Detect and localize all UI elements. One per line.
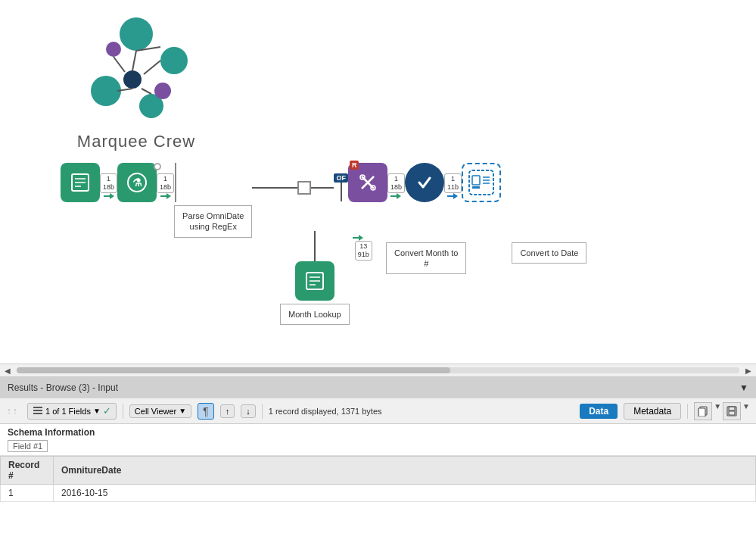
- data-table: Record # OmnitureDate 1 2016-10-15: [0, 456, 756, 502]
- svg-point-0: [120, 17, 153, 51]
- schema-section: Schema Information Field #1: [0, 424, 756, 456]
- cell-viewer-dropdown[interactable]: Cell Viewer ▼: [129, 404, 191, 418]
- convert-date-label: Convert to Date: [512, 242, 586, 264]
- svg-point-1: [160, 47, 188, 74]
- col-omniture-date: OmnitureDate: [54, 457, 756, 485]
- month-lookup-node[interactable]: 1391b Month Lookup: [280, 261, 350, 325]
- svg-rect-36: [33, 410, 42, 411]
- fields-dropdown[interactable]: 1 of 1 Fields ▼ ✓: [27, 403, 117, 420]
- horizontal-scrollbar[interactable]: ◀ ▶: [0, 364, 756, 377]
- checkmark-node[interactable]: [405, 163, 444, 202]
- table-row: 1 2016-10-15: [1, 485, 756, 502]
- parse-omnidate-label: Parse OmniDateusing RegEx: [174, 205, 252, 238]
- browse-node[interactable]: [462, 163, 501, 202]
- badge-2: 118b: [157, 173, 174, 193]
- cell-record-num: 1: [1, 485, 54, 502]
- check-icon: ✓: [103, 405, 111, 417]
- schema-title: Schema Information: [8, 427, 748, 438]
- formula-node[interactable]: ⚗: [117, 163, 157, 202]
- copy-btn-1[interactable]: [694, 402, 712, 420]
- table-header-row: Record # OmnitureDate: [1, 457, 756, 485]
- checkmark-icon: [405, 163, 444, 202]
- svg-point-5: [154, 83, 171, 99]
- join-square[interactable]: [297, 181, 311, 195]
- input-node[interactable]: [61, 163, 100, 202]
- month-lookup-area: 1391b Month Lookup: [280, 231, 350, 325]
- cell-viewer-label: Cell Viewer: [135, 407, 176, 416]
- logo-icon: [76, 15, 197, 129]
- svg-line-8: [114, 57, 125, 72]
- svg-point-6: [123, 70, 142, 89]
- canvas-area: Marquee Crew 118b ⚗: [0, 0, 756, 364]
- connector-4: 111b: [444, 173, 462, 199]
- data-button[interactable]: Data: [580, 404, 618, 419]
- cell-date: 2016-10-15: [54, 485, 756, 502]
- badge-3: 118b: [387, 173, 405, 193]
- fields-icon: [33, 405, 43, 417]
- up-arrow-icon: ↑: [226, 407, 230, 416]
- svg-rect-41: [729, 407, 735, 410]
- svg-rect-39: [698, 408, 705, 417]
- svg-line-10: [142, 89, 151, 94]
- badge-4: 111b: [444, 173, 462, 193]
- results-panel: Results - Browse (3) - Input ▼ ⋮⋮ 1 of 1…: [0, 377, 756, 502]
- copy-icons: ▼ ▼: [694, 402, 750, 420]
- month-lookup-badge: 1391b: [355, 241, 372, 261]
- save-dropdown[interactable]: ▼: [742, 402, 750, 420]
- drag-handle: ⋮⋮: [6, 407, 18, 414]
- input-icon: [61, 163, 100, 202]
- parse-omnidate-box: Parse OmniDateusing RegEx: [174, 163, 252, 238]
- save-btn[interactable]: [723, 402, 741, 420]
- cell-viewer-arrow: ▼: [179, 407, 186, 415]
- scroll-track[interactable]: [17, 367, 739, 373]
- results-dropdown-icon[interactable]: ▼: [739, 382, 748, 393]
- data-table-container: Record # OmnitureDate 1 2016-10-15: [0, 456, 756, 502]
- svg-point-24: [414, 172, 435, 193]
- logo-area: Marquee Crew: [76, 15, 197, 151]
- logo-text: Marquee Crew: [77, 132, 195, 151]
- results-header: Results - Browse (3) - Input ▼: [0, 377, 756, 398]
- convert-month-box: Convert Month to#: [386, 239, 466, 275]
- svg-rect-27: [472, 186, 480, 189]
- scroll-right-arrow[interactable]: ▶: [742, 367, 754, 375]
- connector-3: 118b: [387, 173, 405, 199]
- formula-icon: ⚗: [117, 163, 157, 202]
- long-connector: OF: [252, 173, 348, 201]
- pipe-button[interactable]: ¶: [198, 403, 214, 420]
- svg-rect-35: [33, 407, 42, 408]
- svg-point-4: [106, 42, 121, 57]
- connector-1: 118b: [100, 173, 117, 199]
- svg-rect-42: [729, 411, 735, 415]
- of-badge: OF: [334, 173, 348, 183]
- node-port: [154, 163, 161, 170]
- badge-1: 118b: [100, 173, 117, 193]
- col-record: Record #: [1, 457, 54, 485]
- pipe-symbol: ¶: [203, 405, 209, 417]
- month-lookup-label: Month Lookup: [280, 304, 350, 325]
- flow-diagram: 118b ⚗ 118b: [61, 163, 742, 274]
- svg-rect-26: [472, 176, 480, 185]
- results-toolbar: ⋮⋮ 1 of 1 Fields ▼ ✓ Cell Viewer ▼ ¶ ↑ ↓: [0, 398, 756, 424]
- scroll-left-arrow[interactable]: ◀: [2, 367, 14, 375]
- scroll-thumb[interactable]: [17, 367, 450, 373]
- browse-icon: [462, 163, 501, 202]
- svg-line-11: [144, 61, 160, 74]
- convert-date-box: Convert to Date: [512, 239, 586, 264]
- copy-dropdown[interactable]: ▼: [714, 402, 721, 420]
- results-title: Results - Browse (3) - Input: [8, 382, 118, 393]
- month-lookup-icon: [295, 261, 334, 301]
- divider-3: [687, 404, 688, 419]
- fields-dropdown-arrow: ▼: [93, 407, 101, 415]
- svg-rect-25: [469, 170, 493, 195]
- svg-point-2: [91, 76, 121, 106]
- down-arrow-btn[interactable]: ↓: [241, 404, 256, 418]
- svg-text:⚗: ⚗: [132, 176, 142, 189]
- divider-1: [123, 404, 123, 419]
- svg-line-7: [132, 51, 136, 70]
- convert-month-label: Convert Month to#: [386, 242, 466, 275]
- metadata-button[interactable]: Metadata: [624, 403, 681, 420]
- scissors-node[interactable]: R: [348, 163, 387, 202]
- r-badge: R: [350, 161, 359, 170]
- up-arrow-btn[interactable]: ↑: [220, 404, 235, 418]
- fields-label: 1 of 1 Fields: [45, 407, 91, 416]
